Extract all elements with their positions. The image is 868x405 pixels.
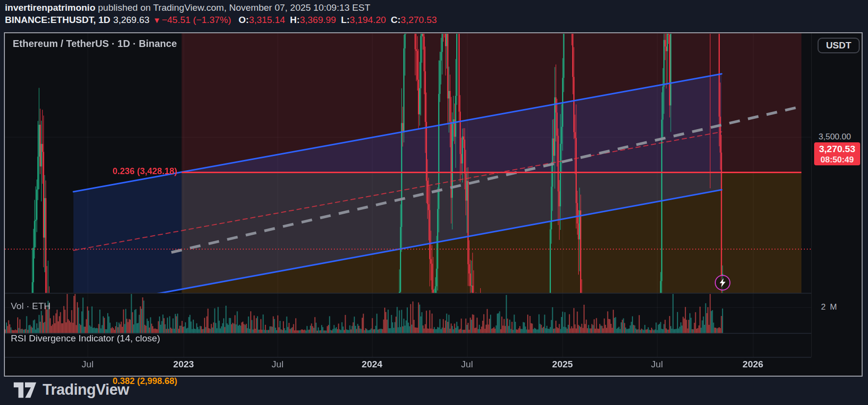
boost-button[interactable]: [715, 275, 730, 291]
time-tick-label: 2025: [552, 359, 573, 370]
time-tick-label: Jul: [461, 359, 473, 370]
tradingview-logo[interactable]: TradingView: [14, 381, 129, 399]
time-axis[interactable]: Jul2023Jul2024Jul2025Jul2026: [5, 357, 811, 376]
tradingview-logo-text: TradingView: [43, 381, 129, 399]
chart-widget: Ethereum / TetherUS · 1D · Binance USDT …: [4, 32, 863, 377]
price-tick-label: 3,500.00: [819, 132, 851, 142]
symbol-name: BINANCE:ETHUSDT, 1D: [5, 15, 110, 25]
lightning-icon: [719, 278, 726, 287]
username: invertirenpatrimonio: [5, 2, 95, 13]
ohlc-item: C:3,270.53: [391, 15, 437, 25]
ohlc-item: H:3,369.99: [290, 15, 336, 25]
price-change: −45.51 (−1.37%): [162, 15, 231, 25]
time-tick-label: Jul: [82, 359, 94, 370]
last-price-tag-value: 3,270.53: [814, 144, 860, 155]
publish-info: published on TradingView.com, November 0…: [95, 2, 371, 13]
rsi-indicator-legend: RSI Divergence Indicator (14, close): [11, 333, 160, 344]
down-triangle-icon: ▼: [153, 16, 161, 24]
last-price: 3,269.63: [113, 15, 149, 25]
publish-info-line: invertirenpatrimonio published on Tradin…: [5, 2, 370, 13]
chart-canvas[interactable]: [5, 33, 811, 376]
time-tick-label: Jul: [272, 359, 283, 370]
fib-level-label: 0.236 (3,428.18): [5, 166, 177, 177]
last-price-tag: 3,270.53 08:50:49: [814, 142, 860, 165]
ohlc-values: O:3,315.14H:3,369.99L:3,194.20C:3,270.53: [234, 15, 437, 25]
ohlc-item: L:3,194.20: [341, 15, 386, 25]
time-tick-label: Jul: [651, 359, 663, 370]
volume-legend: Vol · ETH: [11, 301, 50, 312]
volume-axis-label: 2 M: [821, 302, 838, 312]
symbol-info-line: BINANCE:ETHUSDT, 1D3,269.63 ▼−45.51 (−1.…: [5, 15, 437, 25]
time-tick-label: 2026: [743, 359, 763, 370]
ohlc-item: O:3,315.14: [238, 15, 285, 25]
chart-title: Ethereum / TetherUS · 1D · Binance: [13, 38, 177, 49]
tradingview-mark-icon: [14, 382, 36, 399]
time-tick-label: 2023: [173, 359, 194, 370]
time-tick-label: 2024: [362, 359, 382, 370]
bar-countdown: 08:50:49: [814, 155, 860, 165]
currency-toggle-button[interactable]: USDT: [818, 38, 860, 53]
page: invertirenpatrimonio published on Tradin…: [0, 0, 868, 405]
